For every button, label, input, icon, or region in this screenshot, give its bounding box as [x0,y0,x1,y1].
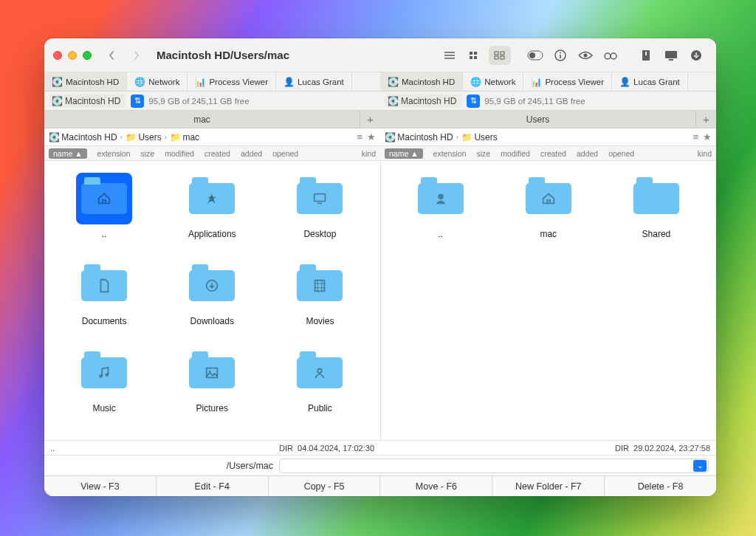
search-binoculars-icon[interactable] [599,46,622,65]
tab-network[interactable]: 🌐Network [463,72,523,91]
tab-process-viewer[interactable]: 📊Process Viewer [188,72,276,91]
desktop-icon[interactable] [660,46,682,65]
column-added[interactable]: added [241,149,262,158]
view-columns-icon[interactable] [464,46,486,65]
column-kind[interactable]: kind [362,149,376,158]
freespace-right: 95,9 GB of 245,11 GB free [484,97,585,106]
column-size[interactable]: size [477,149,491,158]
footer-edit-f4[interactable]: Edit - F4 [157,476,269,496]
svg-rect-3 [474,56,477,59]
folder-item[interactable]: Shared [602,173,710,239]
folder-item[interactable]: Public [266,347,374,413]
volume-pill-right[interactable]: 💽 Macintosh HD [385,95,462,108]
path-field[interactable]: ⌄ [279,458,709,473]
path-row: /Users/mac ⌄ [44,455,716,475]
close-button[interactable] [53,51,62,60]
quicklook-icon[interactable] [574,46,597,65]
folder-icon [633,183,679,214]
tab-macintosh-hd[interactable]: 💽Macintosh HD [44,72,127,91]
column-name[interactable]: name ▲ [49,148,87,159]
folder-label: .. [438,229,443,239]
svg-point-15 [611,53,616,59]
download-icon[interactable] [685,46,707,65]
volume-pill-left[interactable]: 💽 Macintosh HD [49,95,126,108]
volume-row: 💽 Macintosh HD ⇅ 95,9 GB of 245,11 GB fr… [44,92,716,111]
tab-lucas-grant[interactable]: 👤Lucas Grant [612,72,688,91]
right-pane[interactable]: ..macShared [381,161,717,440]
folder-item[interactable]: Movies [266,260,374,326]
toggle-hidden-icon[interactable] [524,46,546,65]
column-size[interactable]: size [141,149,155,158]
folder-label: Pictures [196,403,228,413]
column-modified[interactable]: modified [165,149,194,158]
add-tab-left[interactable]: + [360,111,380,128]
back-button[interactable] [102,47,121,64]
footer-delete-f8[interactable]: Delete - F8 [605,476,716,496]
folder-item[interactable]: mac [495,173,602,239]
footer-copy-f5[interactable]: Copy - F5 [269,476,381,496]
folder-item[interactable]: Music [50,347,158,413]
volume-menu-left[interactable]: ⇅ [131,95,144,108]
breadcrumb-segment[interactable]: 📁 Users [461,132,498,142]
left-pane[interactable]: ..AApplicationsDesktopDocumentsDownloads… [44,161,381,440]
footer-move-f6[interactable]: Move - F6 [380,476,492,496]
footer-new-folder-f7[interactable]: New Folder - F7 [492,476,605,496]
folder-item[interactable]: Desktop [266,173,374,239]
folder-item[interactable]: Pictures [158,347,266,413]
column-name[interactable]: name ▲ [385,148,423,159]
zoom-button[interactable] [83,51,92,60]
column-extension[interactable]: extension [97,149,131,158]
view-list-icon[interactable] [439,46,461,65]
folder-label: mac [540,229,557,239]
folder-icon [297,357,343,388]
tabs-row: 💽Macintosh HD🌐Network📊Process Viewer👤Luc… [44,72,716,92]
minimize-button[interactable] [68,51,77,60]
svg-rect-1 [474,52,477,55]
column-added[interactable]: added [577,149,598,158]
list-mode-icon[interactable]: ≡ [357,131,362,142]
breadcrumb-segment[interactable]: 💽 Macintosh HD [49,132,117,142]
volume-menu-right[interactable]: ⇅ [467,95,480,108]
forward-button[interactable] [127,47,146,64]
breadcrumb-segment[interactable]: 📁 mac [170,132,199,142]
footer-view-f3[interactable]: View - F3 [44,476,157,496]
folder-icon [297,183,343,214]
folder-item[interactable]: .. [50,173,158,239]
tab-network[interactable]: 🌐Network [127,72,188,91]
path-dropdown-icon[interactable]: ⌄ [693,460,707,472]
titlebar: Macintosh HD/Users/mac [44,38,716,72]
breadcrumb-segment[interactable]: 💽 Macintosh HD [385,132,453,142]
column-created[interactable]: created [205,149,230,158]
column-created[interactable]: created [540,149,566,158]
list-mode-icon[interactable]: ≡ [693,131,698,142]
folder-icon [418,183,464,214]
svg-rect-11 [560,55,561,58]
status-left-name: .. [50,444,55,453]
view-icons-icon[interactable] [489,46,511,65]
column-kind[interactable]: kind [698,149,712,158]
favorite-icon[interactable]: ★ [703,131,712,142]
svg-rect-2 [470,56,472,59]
breadcrumb-segment[interactable]: 📁 Users [126,132,162,142]
tab-macintosh-hd[interactable]: 💽Macintosh HD [380,72,463,91]
folder-label: Applications [188,229,236,239]
tab-lucas-grant[interactable]: 👤Lucas Grant [276,72,352,91]
favorite-icon[interactable]: ★ [367,131,376,142]
window-controls [53,51,92,60]
column-opened[interactable]: opened [608,149,634,158]
add-tab-right[interactable]: + [695,111,716,128]
archive-icon[interactable] [635,46,657,65]
column-opened[interactable]: opened [272,149,298,158]
folder-item[interactable]: AApplications [158,173,266,239]
folder-label: Desktop [303,229,336,239]
folder-item[interactable]: .. [387,173,495,239]
column-extension[interactable]: extension [433,149,467,158]
tab-icon: 📊 [531,77,541,87]
tab-icon: 📊 [195,77,205,87]
folder-label: Movies [306,316,334,326]
info-icon[interactable] [549,46,571,65]
folder-item[interactable]: Documents [50,260,158,326]
column-modified[interactable]: modified [501,149,530,158]
tab-process-viewer[interactable]: 📊Process Viewer [523,72,612,91]
folder-item[interactable]: Downloads [158,260,266,326]
